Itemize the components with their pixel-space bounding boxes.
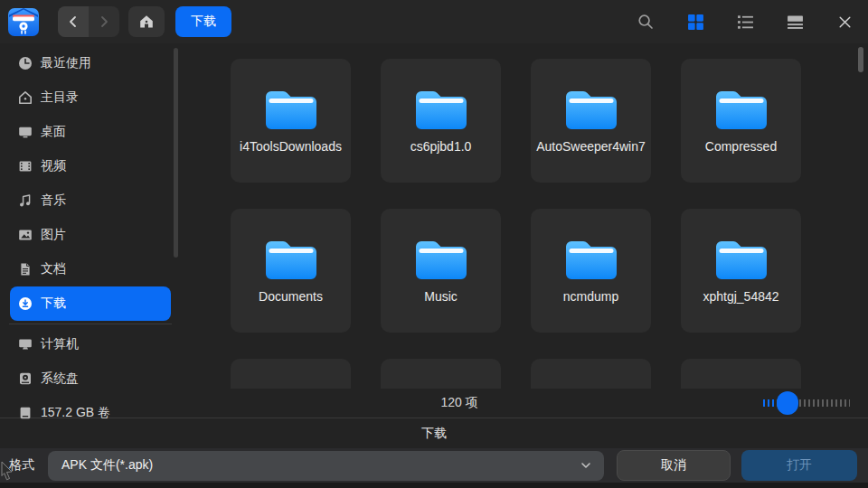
tab-downloads[interactable]: 下载 bbox=[175, 6, 231, 37]
folder-icon bbox=[562, 236, 620, 281]
folder-name: cs6pjbd1.0 bbox=[406, 139, 476, 155]
folder-icon bbox=[262, 236, 320, 281]
format-select[interactable]: APK 文件(*.apk) bbox=[48, 451, 604, 481]
folder-tile[interactable]: i4ToolsDownloads bbox=[231, 59, 351, 183]
folder-tile[interactable]: AutoSweeper4win7 bbox=[531, 59, 651, 183]
sidebar-item[interactable]: 图片 bbox=[10, 218, 171, 252]
folder-icon bbox=[412, 86, 470, 131]
dialog-footer: 格式 APK 文件(*.apk) 取消 打开 bbox=[0, 448, 868, 483]
sidebar-item[interactable]: 桌面 bbox=[10, 115, 171, 149]
clock-icon bbox=[18, 56, 33, 70]
sidebar-item[interactable]: 音乐 bbox=[10, 183, 171, 218]
folder-name: ncmdump bbox=[559, 289, 623, 305]
sidebar-item-label: 文档 bbox=[41, 261, 66, 277]
folder-tile[interactable] bbox=[381, 359, 501, 389]
detail-view-button[interactable] bbox=[785, 12, 805, 32]
icon-size-slider[interactable] bbox=[763, 391, 850, 415]
music-icon bbox=[18, 193, 33, 208]
sidebar-item[interactable]: 视频 bbox=[10, 149, 171, 183]
folder-grid-area: i4ToolsDownloads cs6pjbd1.0 AutoSweeper4… bbox=[181, 43, 868, 389]
toolbar: 下载 bbox=[0, 0, 868, 43]
home-icon bbox=[18, 90, 33, 105]
folder-icon bbox=[412, 236, 470, 281]
forward-button[interactable] bbox=[89, 6, 119, 37]
open-button[interactable]: 打开 bbox=[741, 450, 857, 481]
window-bottom-edge bbox=[0, 483, 868, 488]
close-button[interactable] bbox=[835, 12, 854, 32]
video-icon bbox=[18, 159, 33, 174]
sidebar-scrollbar[interactable] bbox=[174, 48, 178, 258]
slider-thumb[interactable] bbox=[777, 391, 798, 415]
sidebar-item-label: 视频 bbox=[41, 158, 66, 174]
sidebar-item[interactable]: 157.2 GB 卷 bbox=[10, 396, 171, 430]
format-label: 格式 bbox=[9, 457, 34, 474]
sidebar-item-label: 桌面 bbox=[41, 124, 66, 140]
folder-tile[interactable]: Documents bbox=[231, 209, 351, 333]
folder-name: xphtgj_54842 bbox=[698, 289, 783, 305]
folder-tile[interactable]: Music bbox=[381, 209, 501, 333]
content: 最近使用 主目录 桌面 视频 音 bbox=[0, 43, 868, 418]
home-button[interactable] bbox=[128, 6, 165, 37]
statusbar: 120 项 bbox=[181, 389, 868, 418]
sidebar-item-label: 系统盘 bbox=[41, 371, 79, 387]
desktop-icon bbox=[18, 125, 33, 139]
toolbar-right bbox=[636, 12, 854, 32]
sidebar-item[interactable]: 文档 bbox=[10, 252, 171, 286]
folder-name: i4ToolsDownloads bbox=[235, 139, 346, 155]
folder-name: Documents bbox=[254, 289, 327, 305]
sidebar-item[interactable]: 系统盘 bbox=[10, 361, 171, 396]
list-view-button[interactable] bbox=[735, 12, 755, 32]
folder-tile[interactable]: Compressed bbox=[681, 59, 801, 183]
folder-grid: i4ToolsDownloads cs6pjbd1.0 AutoSweeper4… bbox=[231, 59, 863, 389]
sidebar: 最近使用 主目录 桌面 视频 音 bbox=[0, 43, 181, 418]
back-button[interactable] bbox=[58, 6, 89, 37]
app-icon bbox=[7, 5, 40, 38]
sidebar-item[interactable]: 主目录 bbox=[10, 80, 171, 115]
download-icon bbox=[18, 296, 33, 311]
main-scrollbar[interactable] bbox=[858, 47, 863, 72]
folder-tile[interactable]: cs6pjbd1.0 bbox=[381, 59, 501, 183]
sidebar-item-label: 计算机 bbox=[41, 336, 79, 352]
sidebar-separator bbox=[9, 324, 172, 324]
folder-name: Music bbox=[420, 289, 462, 305]
document-icon bbox=[18, 262, 33, 277]
format-value: APK 文件(*.apk) bbox=[61, 457, 153, 474]
grid-view-button[interactable] bbox=[685, 12, 705, 32]
folder-name: AutoSweeper4win7 bbox=[532, 139, 650, 155]
folder-name: Compressed bbox=[701, 139, 781, 155]
slider-ticks-filled bbox=[763, 399, 777, 407]
folder-icon bbox=[712, 86, 770, 131]
item-count: 120 项 bbox=[440, 395, 477, 411]
sidebar-item[interactable]: 最近使用 bbox=[10, 46, 171, 80]
cancel-button[interactable]: 取消 bbox=[617, 450, 731, 481]
folder-icon bbox=[262, 86, 320, 131]
folder-icon bbox=[562, 86, 620, 131]
disk-icon bbox=[18, 371, 33, 386]
nav-pill bbox=[58, 6, 119, 37]
sidebar-item-label: 音乐 bbox=[41, 192, 66, 209]
sidebar-item[interactable]: 计算机 bbox=[10, 327, 171, 361]
sidebar-item-label: 图片 bbox=[41, 227, 66, 243]
main-area: i4ToolsDownloads cs6pjbd1.0 AutoSweeper4… bbox=[181, 43, 868, 418]
folder-icon bbox=[712, 236, 770, 281]
sidebar-item[interactable]: 下载 bbox=[10, 286, 171, 321]
folder-tile[interactable] bbox=[531, 359, 651, 389]
folder-tile[interactable] bbox=[231, 359, 351, 389]
sidebar-item-label: 下载 bbox=[41, 296, 66, 312]
folder-tile[interactable]: xphtgj_54842 bbox=[681, 209, 801, 333]
picture-icon bbox=[18, 228, 33, 242]
folder-tile[interactable] bbox=[681, 359, 801, 389]
volume-icon bbox=[18, 406, 33, 420]
folder-tile[interactable]: ncmdump bbox=[531, 209, 651, 333]
search-icon[interactable] bbox=[636, 12, 656, 32]
file-dialog-window: 下载 最近使用 主目录 bbox=[0, 0, 868, 488]
sidebar-item-label: 最近使用 bbox=[41, 55, 91, 71]
sidebar-item-label: 主目录 bbox=[41, 89, 79, 106]
chevron-down-icon bbox=[579, 458, 593, 473]
computer-icon bbox=[18, 337, 33, 352]
sidebar-item-label: 157.2 GB 卷 bbox=[41, 405, 110, 421]
